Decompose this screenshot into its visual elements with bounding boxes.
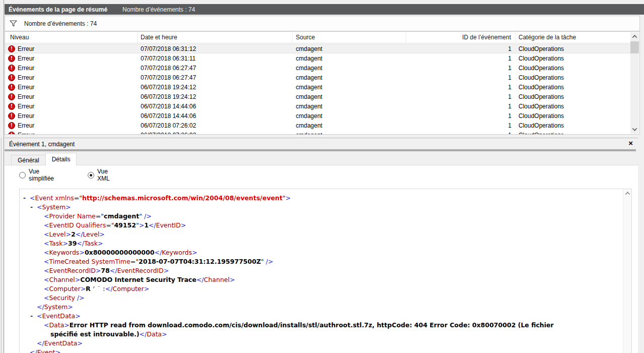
- table-row[interactable]: Erreur 06/07/2018 14:44:06 cmdagent 1 Cl…: [5, 101, 631, 111]
- table-scrollbar[interactable]: [630, 32, 639, 134]
- scroll-down-icon[interactable]: [630, 125, 639, 134]
- details-pane-top-border: [5, 138, 638, 138]
- event-table-body: Erreur 07/07/2018 06:31:12 cmdagent 1 Cl…: [5, 44, 631, 134]
- table-row[interactable]: Erreur 07/07/2018 06:27:47 cmdagent 1 Cl…: [5, 63, 631, 73]
- column-header[interactable]: Date et heure: [138, 32, 293, 43]
- radio-option[interactable]: Vue XML: [88, 168, 110, 182]
- level-cell: Erreur: [5, 44, 138, 53]
- xml-segment: Data: [49, 321, 64, 329]
- xml-line: -<System>: [20, 203, 622, 212]
- column-header[interactable]: Catégorie de la tâche: [516, 32, 631, 43]
- xml-segment: EventID: [49, 221, 74, 229]
- scrollbar-thumb[interactable]: [630, 41, 639, 53]
- xml-segment: </: [154, 249, 162, 256]
- table-row[interactable]: Erreur 06/07/2018 14:44:06 cmdagent 1 Cl…: [5, 111, 631, 121]
- xml-segment: </: [77, 240, 84, 247]
- xml-segment: >: [75, 276, 80, 283]
- column-header[interactable]: ID de l’événement: [406, 32, 516, 43]
- datetime-cell: 07/07/2018 06:31:11: [138, 53, 293, 63]
- scroll-up-icon[interactable]: [630, 32, 639, 41]
- level-cell: Erreur: [5, 53, 138, 63]
- xml-segment: EventData: [42, 312, 75, 320]
- table-row[interactable]: Erreur 06/07/2018 07:26:02 cmdagent 1 Cl…: [5, 130, 631, 134]
- xml-view-box: -<Event xmlns="http://schemas.microsoft.…: [19, 189, 632, 353]
- collapse-toggle-icon[interactable]: -: [30, 312, 33, 321]
- panel-splitter[interactable]: [4, 0, 4, 353]
- error-icon: [8, 74, 15, 81]
- radio-button-icon[interactable]: [88, 172, 94, 179]
- xml-line: spécifié est introuvable.)</Data>: [20, 330, 622, 339]
- tab-général[interactable]: Général: [11, 155, 46, 165]
- table-row[interactable]: Erreur 07/07/2018 06:27:47 cmdagent 1 Cl…: [5, 73, 631, 82]
- xml-segment: EventRecordID: [117, 267, 163, 274]
- xml-segment: >: [192, 249, 197, 256]
- source-cell: cmdagent: [293, 121, 406, 130]
- xml-segment: />: [77, 294, 85, 302]
- category-cell: CloudOperations: [516, 92, 631, 101]
- source-cell: cmdagent: [293, 82, 406, 92]
- xml-segment: >: [98, 240, 103, 247]
- table-row[interactable]: Erreur 07/07/2018 06:31:11 cmdagent 1 Cl…: [5, 53, 631, 63]
- level-label: Erreur: [18, 132, 34, 135]
- source-cell: cmdagent: [293, 101, 406, 111]
- tab-détails[interactable]: Détails: [45, 153, 77, 165]
- xml-segment: </: [110, 267, 117, 274]
- table-row[interactable]: Erreur 06/07/2018 19:24:12 cmdagent 1 Cl…: [5, 92, 631, 101]
- xml-segment: Name: [77, 212, 96, 220]
- radio-option[interactable]: Vue simplifiée: [19, 168, 54, 182]
- collapse-toggle-icon[interactable]: -: [30, 203, 33, 212]
- level-cell: Erreur: [5, 92, 138, 101]
- table-row[interactable]: Erreur 07/07/2018 06:31:12 cmdagent 1 Cl…: [5, 44, 631, 53]
- close-icon[interactable]: ×: [628, 139, 633, 147]
- xml-segment: >: [285, 194, 290, 202]
- xml-segment: 78: [101, 267, 109, 274]
- datetime-cell: 06/07/2018 07:26:02: [138, 121, 293, 130]
- source-cell: cmdagent: [293, 92, 406, 101]
- xml-segment: Task: [49, 240, 62, 247]
- source-cell: cmdagent: [293, 53, 406, 63]
- radio-button-icon[interactable]: [19, 172, 26, 179]
- xml-segment: <: [44, 240, 49, 247]
- xml-segment: <: [44, 212, 49, 220]
- xml-line: </EventData>: [20, 339, 622, 348]
- details-title-bar: Événement 1, cmdagent ×: [5, 139, 638, 149]
- xml-content: -<Event xmlns="http://schemas.microsoft.…: [20, 194, 622, 353]
- xml-scroll-up-icon[interactable]: [623, 189, 632, 198]
- xml-segment: COMODO Internet Security Trace: [80, 276, 196, 283]
- xml-segment: =": [74, 194, 82, 202]
- table-row[interactable]: Erreur 06/07/2018 19:24:12 cmdagent 1 Cl…: [5, 82, 631, 92]
- xml-segment: Event: [37, 348, 55, 353]
- xml-segment: Provider: [49, 212, 75, 220]
- xml-segment: xmlns: [55, 194, 74, 202]
- xml-line: <EventRecordID>78</EventRecordID>: [20, 266, 622, 275]
- level-cell: Erreur: [5, 73, 138, 82]
- xml-segment: </: [37, 303, 44, 311]
- column-header[interactable]: Source: [293, 32, 406, 43]
- xml-segment: Keywords: [162, 249, 192, 256]
- error-icon: [8, 65, 15, 72]
- category-cell: CloudOperations: [516, 121, 631, 130]
- xml-segment: =": [131, 258, 139, 265]
- xml-segment: <: [44, 276, 49, 283]
- xml-segment: <: [44, 321, 49, 329]
- xml-segment: System: [42, 203, 66, 211]
- xml-segment: Level: [49, 230, 66, 238]
- level-label: Erreur: [18, 55, 34, 62]
- xml-segment: >: [81, 285, 86, 292]
- xml-segment: EventData: [44, 339, 78, 347]
- category-cell: CloudOperations: [516, 44, 631, 53]
- level-cell: Erreur: [5, 121, 138, 130]
- xml-segment: <: [44, 294, 49, 302]
- xml-line: <EventID Qualifiers="49152">1</EventID>: [20, 221, 622, 230]
- column-header[interactable]: Niveau: [5, 32, 138, 43]
- pane-border: [1, 138, 2, 353]
- xml-line: <Level>2</Level>: [20, 230, 622, 239]
- xml-line: <TimeCreated SystemTime="2018-07-07T04:3…: [20, 257, 622, 266]
- error-icon: [8, 132, 15, 135]
- xml-scrollbar[interactable]: [623, 189, 631, 353]
- xml-segment: <: [37, 203, 42, 211]
- xml-line: <Computer>R ʼ ¨ :</Computer>: [20, 284, 622, 293]
- xml-segment: >: [66, 203, 71, 211]
- table-row[interactable]: Erreur 06/07/2018 07:26:02 cmdagent 1 Cl…: [5, 121, 631, 130]
- collapse-toggle-icon[interactable]: -: [23, 194, 26, 203]
